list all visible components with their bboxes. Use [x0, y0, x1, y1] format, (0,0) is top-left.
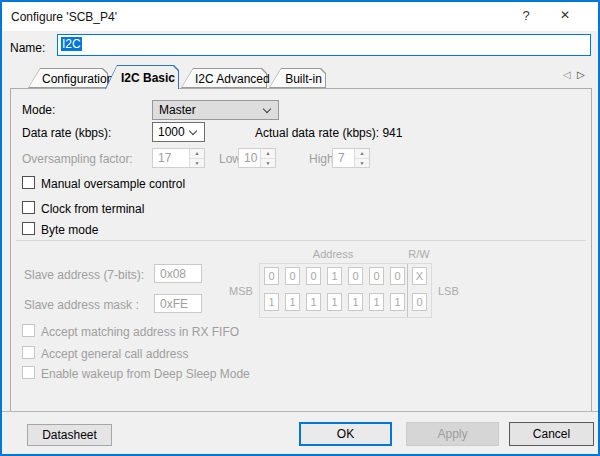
tab-label: I2C Basic — [119, 71, 177, 85]
dialog-title: Configure 'SCB_P4' — [11, 10, 117, 24]
mask-bit: 1 — [390, 293, 405, 311]
checkbox-label: Enable wakeup from Deep Sleep Mode — [41, 367, 250, 381]
actual-data-rate-value: 941 — [382, 126, 402, 140]
chevron-down-icon — [263, 105, 271, 113]
checkbox-accept-matching-address — [22, 324, 35, 337]
address-bit: 0 — [264, 267, 279, 285]
tab-i2c-basic[interactable]: I2C Basic — [105, 65, 179, 89]
datasheet-button[interactable]: Datasheet — [27, 424, 112, 446]
title-bar: Configure 'SCB_P4' ? ✕ — [2, 2, 598, 31]
oversampling-label: Oversampling factor: — [22, 152, 133, 166]
mode-label: Mode: — [22, 103, 55, 117]
tab-scroll-left-icon[interactable]: ◁ — [563, 69, 571, 80]
ok-button[interactable]: OK — [299, 422, 392, 446]
mask-bit: 1 — [306, 293, 321, 311]
high-spinner: 7 ▲▼ — [332, 148, 370, 168]
address-header: Address — [259, 248, 407, 260]
slave-address-label: Slave address (7-bits): — [24, 268, 144, 282]
rw-header: R/W — [404, 248, 434, 260]
rw-mask-bit: 0 — [412, 293, 427, 311]
spin-down-icon: ▼ — [261, 159, 275, 168]
separator — [16, 240, 586, 241]
checkbox-label[interactable]: Clock from terminal — [41, 202, 144, 216]
tab-label: Built-in — [283, 72, 324, 86]
high-value: 7 — [338, 151, 345, 165]
tab-scroll-right-icon[interactable]: ▷ — [577, 69, 585, 80]
slave-mask-field: 0xFE — [154, 294, 202, 313]
data-rate-value: 1000 — [158, 125, 185, 139]
mode-dropdown[interactable]: Master — [152, 100, 279, 120]
spin-up-icon: ▲ — [355, 149, 369, 159]
low-value: 10 — [244, 151, 257, 165]
checkbox-clock-from-terminal[interactable] — [22, 201, 35, 214]
msb-label: MSB — [229, 285, 253, 297]
actual-data-rate: Actual data rate (kbps): 941 — [255, 126, 402, 140]
lsb-label: LSB — [438, 285, 459, 297]
checkbox-enable-wakeup — [22, 366, 35, 379]
data-rate-label: Data rate (kbps): — [22, 126, 111, 140]
address-bit: 0 — [348, 267, 363, 285]
address-bit: 1 — [327, 267, 342, 285]
mask-bit: 1 — [327, 293, 342, 311]
checkbox-accept-general-call — [22, 346, 35, 359]
data-rate-combo[interactable]: 1000 — [152, 122, 205, 142]
chevron-down-icon — [189, 127, 197, 135]
actual-data-rate-label: Actual data rate (kbps): — [255, 126, 379, 140]
mask-bit: 1 — [348, 293, 363, 311]
mode-value: Master — [159, 103, 196, 117]
mask-bit: 1 — [264, 293, 279, 311]
low-spinner: 10 ▲▼ — [238, 148, 276, 168]
name-label: Name: — [10, 41, 45, 55]
name-input-value: I2C — [61, 37, 82, 51]
address-bit: 0 — [390, 267, 405, 285]
configure-dialog: Configure 'SCB_P4' ? ✕ Name: I2C Configu… — [0, 0, 600, 456]
spinner-buttons: ▲▼ — [260, 149, 275, 167]
checkbox-label[interactable]: Manual oversample control — [41, 177, 185, 191]
address-bit: 0 — [285, 267, 300, 285]
spin-up-icon: ▲ — [190, 149, 204, 159]
tab-configuration[interactable]: Configuration — [28, 68, 108, 88]
tab-i2c-advanced[interactable]: I2C Advanced — [181, 68, 267, 88]
address-bit: 0 — [306, 267, 321, 285]
checkbox-label[interactable]: Byte mode — [41, 223, 98, 237]
slave-address-field: 0x08 — [154, 264, 202, 283]
tab-built-in[interactable]: Built-in — [269, 68, 326, 88]
checkbox-byte-mode[interactable] — [22, 222, 35, 235]
tab-label: I2C Advanced — [195, 72, 265, 86]
close-icon[interactable]: ✕ — [554, 8, 576, 26]
rw-bit: X — [412, 267, 427, 285]
footer-separator — [2, 411, 600, 412]
spin-up-icon: ▲ — [261, 149, 275, 159]
apply-button: Apply — [406, 422, 499, 446]
mask-bit: 1 — [285, 293, 300, 311]
help-icon[interactable]: ? — [515, 8, 537, 26]
spinner-buttons: ▲▼ — [189, 149, 204, 167]
checkbox-label: Accept general call address — [41, 347, 188, 361]
spin-down-icon: ▼ — [355, 159, 369, 168]
oversampling-spinner: 17 ▲▼ — [152, 148, 205, 168]
slave-mask-label: Slave address mask : — [24, 298, 139, 312]
cancel-button[interactable]: Cancel — [509, 422, 594, 446]
checkbox-label: Accept matching address in RX FIFO — [41, 325, 239, 339]
bit-divider — [407, 264, 408, 317]
address-bit: 0 — [369, 267, 384, 285]
tab-label: Configuration — [42, 72, 106, 86]
oversampling-value: 17 — [158, 151, 171, 165]
name-input[interactable]: I2C — [57, 34, 591, 56]
spin-down-icon: ▼ — [190, 159, 204, 168]
spinner-buttons: ▲▼ — [354, 149, 369, 167]
checkbox-manual-oversample[interactable] — [22, 176, 35, 189]
mask-bit: 1 — [369, 293, 384, 311]
